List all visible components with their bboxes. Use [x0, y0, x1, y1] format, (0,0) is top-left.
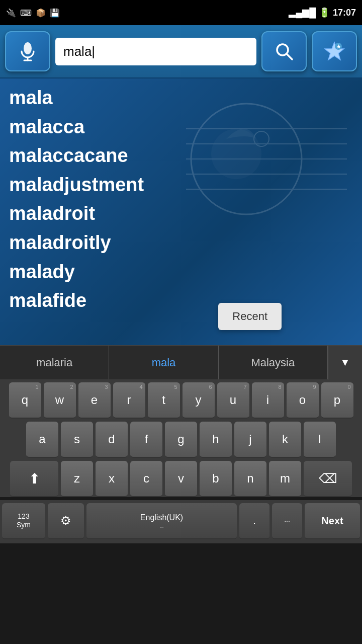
battery-icon: 🔋 — [319, 7, 330, 18]
next-label: Next — [321, 515, 343, 527]
key-s[interactable]: s — [61, 422, 93, 458]
key-t[interactable]: 5t — [148, 382, 180, 419]
list-item[interactable]: malaccacane — [0, 141, 362, 171]
key-q[interactable]: 1q — [9, 382, 41, 419]
key-u[interactable]: 7u — [217, 382, 249, 419]
key-z[interactable]: z — [61, 461, 93, 497]
key-b[interactable]: b — [200, 461, 232, 497]
svg-text:★: ★ — [336, 44, 341, 49]
autocomplete-malaysia[interactable]: Malaysia — [219, 346, 328, 379]
svg-line-4 — [287, 54, 292, 59]
space-underscore-icon: ⎵ — [160, 523, 163, 529]
key-n[interactable]: n — [234, 461, 266, 497]
word-list: mala malacca malaccacane maladjustment m… — [0, 84, 362, 315]
key-p[interactable]: 0p — [321, 382, 353, 419]
autocomplete-expand-button[interactable]: ▼ — [328, 346, 362, 380]
key-k[interactable]: k — [269, 422, 301, 458]
recent-popup[interactable]: Recent — [218, 303, 282, 330]
key-v[interactable]: v — [165, 461, 197, 497]
key-y[interactable]: 6y — [183, 382, 215, 419]
space-key[interactable]: English(UK) ⎵ — [86, 503, 237, 539]
star-icon: ★ — [323, 40, 345, 62]
clock: 17:07 — [333, 8, 356, 18]
key-j[interactable]: j — [234, 422, 266, 458]
mic-icon — [17, 40, 39, 62]
gear-icon: ⚙ — [60, 514, 71, 528]
search-button[interactable] — [261, 31, 307, 71]
recent-label: Recent — [232, 310, 267, 323]
favorites-button[interactable]: ★ — [312, 31, 357, 71]
list-item[interactable]: mala — [0, 84, 362, 113]
list-item[interactable]: maladjustment — [0, 171, 362, 200]
chevron-down-icon: ▼ — [340, 357, 350, 368]
autocomplete-mala[interactable]: mala — [109, 346, 218, 379]
key-d[interactable]: d — [96, 422, 128, 458]
search-text: mala — [63, 44, 95, 59]
search-input-field[interactable]: mala — [55, 38, 256, 65]
key-c[interactable]: c — [130, 461, 162, 497]
status-bar: 🔌 ⌨ 📦 💾 ▂▄▆█ 🔋 17:07 — [0, 0, 362, 25]
status-icons-left: 🔌 ⌨ 📦 💾 — [6, 8, 60, 18]
list-item[interactable]: malacca — [0, 113, 362, 142]
keyboard-row-2: a s d f g h j k l — [2, 422, 360, 458]
mic-button[interactable] — [5, 31, 50, 71]
key-w[interactable]: 2w — [44, 382, 76, 419]
sym-label: 123Sym — [17, 512, 31, 529]
keyboard-bottom-row: 123Sym ⚙ English(UK) ⎵ . ··· Next — [0, 500, 362, 543]
keyboard-row-3: ⬆ z x c v b n m ⌫ — [2, 461, 360, 497]
key-h[interactable]: h — [200, 422, 232, 458]
key-l[interactable]: l — [304, 422, 336, 458]
list-item[interactable]: malady — [0, 258, 362, 287]
space-label: English(UK) — [140, 513, 183, 522]
keyboard-row-1: 1q 2w 3e 4r 5t 6y 7u 8i 9o 0p — [2, 382, 360, 419]
sym-key[interactable]: 123Sym — [2, 503, 45, 539]
settings-key[interactable]: ⚙ — [48, 503, 84, 539]
autocomplete-bar: malaria mala Malaysia ▼ — [0, 345, 362, 379]
shift-icon: ⬆ — [29, 470, 40, 487]
delete-key[interactable]: ⌫ — [304, 461, 352, 497]
key-g[interactable]: g — [165, 422, 197, 458]
svg-point-0 — [24, 42, 32, 54]
key-x[interactable]: x — [96, 461, 128, 497]
sd-icon: 💾 — [50, 8, 60, 18]
usb-icon: 🔌 — [6, 8, 16, 18]
list-item[interactable]: malafide — [0, 286, 362, 315]
signal-icon: ▂▄▆█ — [289, 7, 316, 18]
results-area: mala malacca malaccacane maladjustment m… — [0, 78, 362, 345]
shift-key[interactable]: ⬆ — [10, 461, 58, 497]
key-i[interactable]: 8i — [252, 382, 284, 419]
next-button[interactable]: Next — [305, 503, 360, 539]
ellipsis-icon: ··· — [284, 517, 290, 525]
period-label: . — [253, 514, 256, 527]
more-options-key[interactable]: ··· — [272, 503, 302, 539]
keyboard-icon: ⌨ — [20, 8, 32, 18]
search-header: mala ★ — [0, 25, 362, 78]
delete-icon: ⌫ — [319, 471, 337, 487]
key-o[interactable]: 9o — [287, 382, 319, 419]
key-e[interactable]: 3e — [78, 382, 111, 419]
autocomplete-malaria[interactable]: malaria — [0, 346, 109, 379]
list-item[interactable]: maladroitly — [0, 228, 362, 258]
key-r[interactable]: 4r — [113, 382, 145, 419]
key-a[interactable]: a — [26, 422, 58, 458]
list-item[interactable]: maladroit — [0, 199, 362, 228]
key-f[interactable]: f — [130, 422, 162, 458]
key-m[interactable]: m — [269, 461, 301, 497]
dropbox-icon: 📦 — [36, 8, 46, 18]
period-key[interactable]: . — [239, 503, 269, 539]
search-icon — [273, 40, 295, 62]
status-icons-right: ▂▄▆█ 🔋 17:07 — [289, 7, 356, 18]
keyboard: 1q 2w 3e 4r 5t 6y 7u 8i 9o 0p a s d f g … — [0, 379, 362, 497]
